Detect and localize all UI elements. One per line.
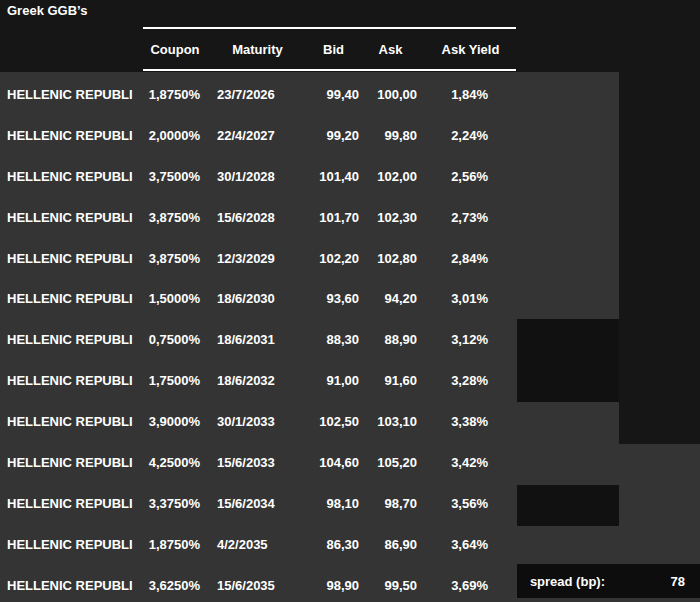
- header-rule-bottom: [143, 69, 516, 71]
- column-header-bid: Bid: [305, 42, 362, 57]
- coupon-cell: 3,8750%: [145, 251, 205, 266]
- table-header-row: Coupon Maturity Bid Ask Ask Yield: [145, 29, 516, 69]
- bid-cell: 104,60: [305, 455, 362, 470]
- coupon-cell: 0,7500%: [145, 332, 205, 347]
- bond-name-cell: HELLENIC REPUBLI: [0, 87, 145, 102]
- coupon-cell: 3,3750%: [145, 496, 205, 511]
- bond-name-cell: HELLENIC REPUBLI: [0, 373, 145, 388]
- spread-label: spread (bp):: [530, 574, 605, 589]
- bond-name-cell: HELLENIC REPUBLI: [0, 496, 145, 511]
- bond-name-cell: HELLENIC REPUBLI: [0, 578, 145, 593]
- coupon-cell: 2,0000%: [145, 128, 205, 143]
- ask-yield-cell: 2,73%: [419, 210, 516, 225]
- coupon-cell: 1,8750%: [145, 537, 205, 552]
- bond-name-cell: HELLENIC REPUBLI: [0, 455, 145, 470]
- coupon-cell: 1,5000%: [145, 291, 205, 306]
- ask-cell: 105,20: [362, 455, 419, 470]
- ask-yield-cell: 1,84%: [419, 87, 516, 102]
- column-header-ask: Ask: [362, 42, 419, 57]
- coupon-cell: 3,8750%: [145, 210, 205, 225]
- maturity-cell: 30/1/2028: [205, 169, 305, 184]
- ask-cell: 103,10: [362, 414, 419, 429]
- ask-yield-cell: 2,84%: [419, 251, 516, 266]
- spread-value: 78: [671, 574, 685, 589]
- coupon-cell: 3,7500%: [145, 169, 205, 184]
- coupon-cell: 1,8750%: [145, 87, 205, 102]
- maturity-cell: 23/7/2026: [205, 87, 305, 102]
- coupon-cell: 1,7500%: [145, 373, 205, 388]
- bond-name-cell: HELLENIC REPUBLI: [0, 537, 145, 552]
- column-header-ask-yield: Ask Yield: [419, 42, 516, 57]
- bond-name-cell: HELLENIC REPUBLI: [0, 128, 145, 143]
- maturity-cell: 15/6/2033: [205, 455, 305, 470]
- coupon-cell: 3,6250%: [145, 578, 205, 593]
- bid-cell: 86,30: [305, 537, 362, 552]
- bid-cell: 98,10: [305, 496, 362, 511]
- ask-yield-cell: 3,56%: [419, 496, 516, 511]
- table-row[interactable]: HELLENIC REPUBLI1,8750%23/7/202699,40100…: [0, 74, 619, 115]
- bid-cell: 101,70: [305, 210, 362, 225]
- table-row[interactable]: HELLENIC REPUBLI3,9000%30/1/2033102,5010…: [0, 401, 619, 442]
- maturity-cell: 15/6/2028: [205, 210, 305, 225]
- ask-yield-cell: 3,28%: [419, 373, 516, 388]
- ask-cell: 98,70: [362, 496, 419, 511]
- maturity-cell: 22/4/2027: [205, 128, 305, 143]
- bid-cell: 102,20: [305, 251, 362, 266]
- ask-cell: 94,20: [362, 291, 419, 306]
- table-row[interactable]: HELLENIC REPUBLI3,3750%15/6/203498,1098,…: [0, 483, 619, 524]
- bond-name-cell: HELLENIC REPUBLI: [0, 210, 145, 225]
- ask-yield-cell: 3,38%: [419, 414, 516, 429]
- ask-cell: 88,90: [362, 332, 419, 347]
- bid-cell: 99,40: [305, 87, 362, 102]
- coupon-cell: 3,9000%: [145, 414, 205, 429]
- column-header-coupon: Coupon: [145, 42, 205, 57]
- maturity-cell: 18/6/2031: [205, 332, 305, 347]
- bid-cell: 98,90: [305, 578, 362, 593]
- ask-cell: 100,00: [362, 87, 419, 102]
- ask-cell: 86,90: [362, 537, 419, 552]
- ask-cell: 102,00: [362, 169, 419, 184]
- ask-cell: 99,80: [362, 128, 419, 143]
- spread-panel: spread (bp): 78: [517, 564, 700, 598]
- bid-cell: 91,00: [305, 373, 362, 388]
- page-title: Greek GGB’s: [7, 3, 87, 18]
- maturity-cell: 18/6/2032: [205, 373, 305, 388]
- coupon-cell: 4,2500%: [145, 455, 205, 470]
- table-row[interactable]: HELLENIC REPUBLI0,7500%18/6/203188,3088,…: [0, 319, 619, 360]
- maturity-cell: 12/3/2029: [205, 251, 305, 266]
- maturity-cell: 18/6/2030: [205, 291, 305, 306]
- table-row[interactable]: HELLENIC REPUBLI3,8750%15/6/2028101,7010…: [0, 197, 619, 238]
- bid-cell: 93,60: [305, 291, 362, 306]
- bond-name-cell: HELLENIC REPUBLI: [0, 169, 145, 184]
- ask-yield-cell: 2,56%: [419, 169, 516, 184]
- ask-cell: 102,30: [362, 210, 419, 225]
- maturity-cell: 30/1/2033: [205, 414, 305, 429]
- maturity-cell: 15/6/2035: [205, 578, 305, 593]
- bond-name-cell: HELLENIC REPUBLI: [0, 332, 145, 347]
- column-header-maturity: Maturity: [205, 42, 305, 57]
- ask-yield-cell: 3,64%: [419, 537, 516, 552]
- table-row[interactable]: HELLENIC REPUBLI1,8750%4/2/203586,3086,9…: [0, 524, 619, 565]
- bond-name-cell: HELLENIC REPUBLI: [0, 414, 145, 429]
- ask-yield-cell: 3,42%: [419, 455, 516, 470]
- bond-name-cell: HELLENIC REPUBLI: [0, 291, 145, 306]
- ask-yield-cell: 3,12%: [419, 332, 516, 347]
- table-row[interactable]: HELLENIC REPUBLI2,0000%22/4/202799,2099,…: [0, 115, 619, 156]
- bid-cell: 102,50: [305, 414, 362, 429]
- ask-cell: 99,50: [362, 578, 419, 593]
- table-row[interactable]: HELLENIC REPUBLI3,8750%12/3/2029102,2010…: [0, 238, 619, 279]
- ask-yield-cell: 2,24%: [419, 128, 516, 143]
- bid-cell: 101,40: [305, 169, 362, 184]
- ask-yield-cell: 3,69%: [419, 578, 516, 593]
- table-row[interactable]: HELLENIC REPUBLI1,5000%18/6/203093,6094,…: [0, 279, 619, 320]
- table-row[interactable]: HELLENIC REPUBLI4,2500%15/6/2033104,6010…: [0, 442, 619, 483]
- ask-cell: 91,60: [362, 373, 419, 388]
- ask-yield-cell: 3,01%: [419, 291, 516, 306]
- bond-name-cell: HELLENIC REPUBLI: [0, 251, 145, 266]
- bid-cell: 88,30: [305, 332, 362, 347]
- greek-ggb-screen: { "title": "Greek GGB’s", "table": { "co…: [0, 0, 700, 602]
- table-row[interactable]: HELLENIC REPUBLI1,7500%18/6/203291,0091,…: [0, 360, 619, 401]
- bid-cell: 99,20: [305, 128, 362, 143]
- table-row[interactable]: HELLENIC REPUBLI3,7500%30/1/2028101,4010…: [0, 156, 619, 197]
- maturity-cell: 15/6/2034: [205, 496, 305, 511]
